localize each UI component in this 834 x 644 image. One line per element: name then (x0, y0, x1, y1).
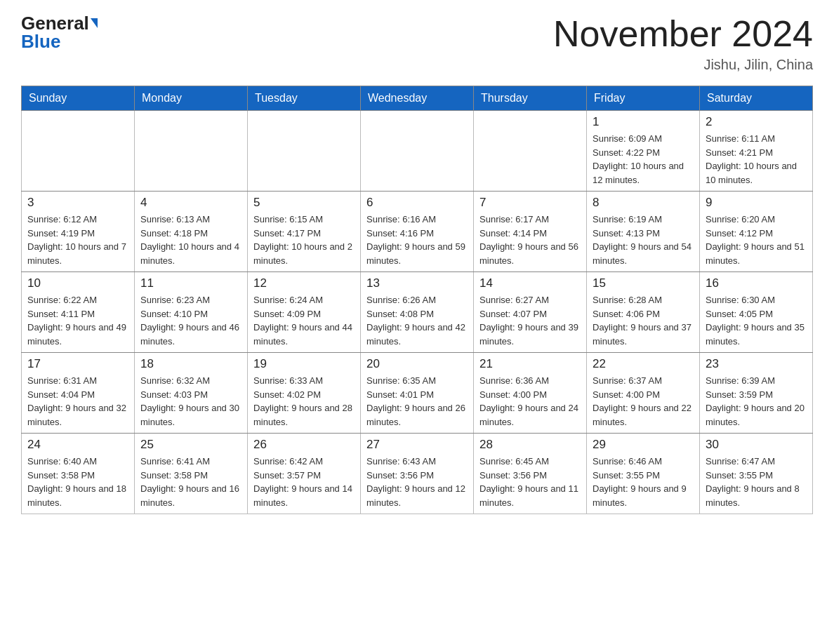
title-area: November 2024 Jishu, Jilin, China (553, 14, 813, 73)
column-header-monday: Monday (135, 86, 248, 111)
day-number: 27 (366, 438, 468, 452)
calendar-cell: 28Sunrise: 6:45 AMSunset: 3:56 PMDayligh… (474, 434, 587, 514)
day-number: 1 (593, 115, 694, 129)
day-info: Sunrise: 6:41 AMSunset: 3:58 PMDaylight:… (140, 455, 241, 509)
day-info: Sunrise: 6:40 AMSunset: 3:58 PMDaylight:… (27, 455, 128, 509)
day-number: 18 (140, 357, 241, 371)
calendar-cell (248, 111, 361, 192)
day-number: 13 (366, 276, 468, 290)
logo-blue-text: Blue (21, 32, 60, 51)
calendar-cell: 5Sunrise: 6:15 AMSunset: 4:17 PMDaylight… (248, 192, 361, 272)
day-info: Sunrise: 6:33 AMSunset: 4:02 PMDaylight:… (253, 374, 355, 429)
day-info: Sunrise: 6:43 AMSunset: 3:56 PMDaylight:… (366, 455, 468, 509)
day-info: Sunrise: 6:16 AMSunset: 4:16 PMDaylight:… (366, 213, 468, 267)
week-row-1: 1Sunrise: 6:09 AMSunset: 4:22 PMDaylight… (22, 111, 813, 192)
logo-general-text: General (21, 14, 89, 32)
day-number: 25 (140, 438, 241, 452)
day-number: 23 (706, 357, 807, 371)
calendar-cell (474, 111, 587, 192)
day-info: Sunrise: 6:30 AMSunset: 4:05 PMDaylight:… (706, 293, 807, 348)
calendar-cell: 2Sunrise: 6:11 AMSunset: 4:21 PMDaylight… (700, 111, 813, 192)
calendar-cell: 6Sunrise: 6:16 AMSunset: 4:16 PMDaylight… (361, 192, 474, 272)
day-info: Sunrise: 6:17 AMSunset: 4:14 PMDaylight:… (479, 213, 581, 267)
day-info: Sunrise: 6:15 AMSunset: 4:17 PMDaylight:… (253, 213, 355, 267)
day-number: 12 (253, 276, 355, 290)
calendar-cell: 20Sunrise: 6:35 AMSunset: 4:01 PMDayligh… (361, 353, 474, 434)
day-number: 28 (479, 438, 581, 452)
column-header-saturday: Saturday (700, 86, 813, 111)
day-info: Sunrise: 6:36 AMSunset: 4:00 PMDaylight:… (479, 374, 581, 429)
day-number: 17 (27, 357, 128, 371)
calendar-cell: 16Sunrise: 6:30 AMSunset: 4:05 PMDayligh… (700, 272, 813, 353)
calendar-cell: 30Sunrise: 6:47 AMSunset: 3:55 PMDayligh… (700, 434, 813, 514)
day-number: 4 (140, 196, 241, 210)
day-info: Sunrise: 6:19 AMSunset: 4:13 PMDaylight:… (593, 213, 694, 267)
day-info: Sunrise: 6:37 AMSunset: 4:00 PMDaylight:… (593, 374, 694, 429)
day-info: Sunrise: 6:42 AMSunset: 3:57 PMDaylight:… (253, 455, 355, 509)
header: General Blue November 2024 Jishu, Jilin,… (21, 14, 813, 73)
calendar-table: SundayMondayTuesdayWednesdayThursdayFrid… (21, 86, 813, 514)
day-number: 14 (479, 276, 581, 290)
day-number: 19 (253, 357, 355, 371)
calendar-cell: 17Sunrise: 6:31 AMSunset: 4:04 PMDayligh… (22, 353, 135, 434)
day-info: Sunrise: 6:26 AMSunset: 4:08 PMDaylight:… (366, 293, 468, 348)
day-info: Sunrise: 6:45 AMSunset: 3:56 PMDaylight:… (479, 455, 581, 509)
calendar-cell: 8Sunrise: 6:19 AMSunset: 4:13 PMDaylight… (587, 192, 700, 272)
day-number: 24 (27, 438, 128, 452)
calendar-cell: 11Sunrise: 6:23 AMSunset: 4:10 PMDayligh… (135, 272, 248, 353)
day-number: 9 (706, 196, 807, 210)
calendar-cell (22, 111, 135, 192)
month-title: November 2024 (553, 14, 813, 54)
week-row-3: 10Sunrise: 6:22 AMSunset: 4:11 PMDayligh… (22, 272, 813, 353)
calendar-cell: 29Sunrise: 6:46 AMSunset: 3:55 PMDayligh… (587, 434, 700, 514)
calendar-cell: 21Sunrise: 6:36 AMSunset: 4:00 PMDayligh… (474, 353, 587, 434)
calendar-cell: 10Sunrise: 6:22 AMSunset: 4:11 PMDayligh… (22, 272, 135, 353)
calendar-cell: 14Sunrise: 6:27 AMSunset: 4:07 PMDayligh… (474, 272, 587, 353)
day-number: 2 (706, 115, 807, 129)
day-number: 10 (27, 276, 128, 290)
day-number: 22 (593, 357, 694, 371)
day-info: Sunrise: 6:09 AMSunset: 4:22 PMDaylight:… (593, 132, 694, 187)
day-info: Sunrise: 6:46 AMSunset: 3:55 PMDaylight:… (593, 455, 694, 509)
calendar-cell: 4Sunrise: 6:13 AMSunset: 4:18 PMDaylight… (135, 192, 248, 272)
column-header-wednesday: Wednesday (361, 86, 474, 111)
day-number: 11 (140, 276, 241, 290)
calendar-cell: 13Sunrise: 6:26 AMSunset: 4:08 PMDayligh… (361, 272, 474, 353)
calendar-cell (135, 111, 248, 192)
calendar-cell: 9Sunrise: 6:20 AMSunset: 4:12 PMDaylight… (700, 192, 813, 272)
day-number: 7 (479, 196, 581, 210)
day-info: Sunrise: 6:47 AMSunset: 3:55 PMDaylight:… (706, 455, 807, 509)
day-number: 6 (366, 196, 468, 210)
calendar-cell: 23Sunrise: 6:39 AMSunset: 3:59 PMDayligh… (700, 353, 813, 434)
day-info: Sunrise: 6:24 AMSunset: 4:09 PMDaylight:… (253, 293, 355, 348)
calendar-cell: 24Sunrise: 6:40 AMSunset: 3:58 PMDayligh… (22, 434, 135, 514)
day-number: 15 (593, 276, 694, 290)
day-info: Sunrise: 6:27 AMSunset: 4:07 PMDaylight:… (479, 293, 581, 348)
calendar-cell: 22Sunrise: 6:37 AMSunset: 4:00 PMDayligh… (587, 353, 700, 434)
calendar-cell: 7Sunrise: 6:17 AMSunset: 4:14 PMDaylight… (474, 192, 587, 272)
day-info: Sunrise: 6:39 AMSunset: 3:59 PMDaylight:… (706, 374, 807, 429)
day-number: 29 (593, 438, 694, 452)
day-info: Sunrise: 6:31 AMSunset: 4:04 PMDaylight:… (27, 374, 128, 429)
calendar-cell: 26Sunrise: 6:42 AMSunset: 3:57 PMDayligh… (248, 434, 361, 514)
calendar-cell: 27Sunrise: 6:43 AMSunset: 3:56 PMDayligh… (361, 434, 474, 514)
logo: General Blue (21, 14, 98, 51)
column-header-friday: Friday (587, 86, 700, 111)
day-info: Sunrise: 6:22 AMSunset: 4:11 PMDaylight:… (27, 293, 128, 348)
header-row: SundayMondayTuesdayWednesdayThursdayFrid… (22, 86, 813, 111)
day-info: Sunrise: 6:23 AMSunset: 4:10 PMDaylight:… (140, 293, 241, 348)
column-header-tuesday: Tuesday (248, 86, 361, 111)
day-number: 16 (706, 276, 807, 290)
day-info: Sunrise: 6:12 AMSunset: 4:19 PMDaylight:… (27, 213, 128, 267)
calendar-cell: 18Sunrise: 6:32 AMSunset: 4:03 PMDayligh… (135, 353, 248, 434)
calendar-cell: 12Sunrise: 6:24 AMSunset: 4:09 PMDayligh… (248, 272, 361, 353)
day-number: 3 (27, 196, 128, 210)
column-header-sunday: Sunday (22, 86, 135, 111)
week-row-5: 24Sunrise: 6:40 AMSunset: 3:58 PMDayligh… (22, 434, 813, 514)
week-row-4: 17Sunrise: 6:31 AMSunset: 4:04 PMDayligh… (22, 353, 813, 434)
location-title: Jishu, Jilin, China (553, 57, 813, 73)
logo-triangle-icon (91, 18, 98, 28)
calendar-cell: 19Sunrise: 6:33 AMSunset: 4:02 PMDayligh… (248, 353, 361, 434)
calendar-cell: 1Sunrise: 6:09 AMSunset: 4:22 PMDaylight… (587, 111, 700, 192)
day-number: 30 (706, 438, 807, 452)
